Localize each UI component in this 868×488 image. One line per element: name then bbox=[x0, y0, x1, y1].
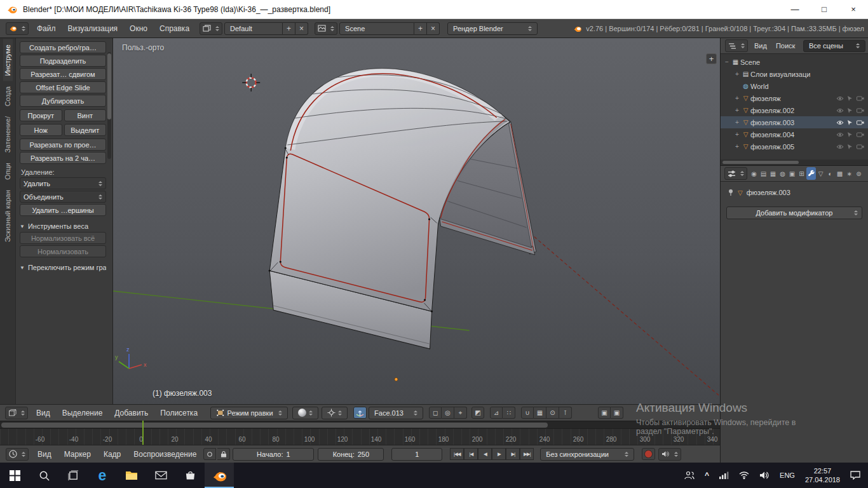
jump-to-end-button[interactable]: ▶▶| bbox=[520, 448, 534, 460]
tool-shelf-scrollbar[interactable] bbox=[107, 52, 111, 159]
previous-keyframe-button[interactable]: |◀ bbox=[464, 448, 478, 460]
render-toggle[interactable] bbox=[857, 132, 864, 137]
tab-tools[interactable]: Инструме bbox=[3, 39, 13, 81]
opengl-render-anim-button[interactable]: ▣ bbox=[611, 407, 623, 419]
menu-view[interactable]: Вид bbox=[31, 409, 56, 417]
collapse-icon[interactable]: − bbox=[723, 58, 731, 65]
expand-icon[interactable]: + bbox=[733, 71, 741, 78]
timeline-scrollbar[interactable] bbox=[0, 421, 720, 428]
tab-render-layers[interactable]: ▤ bbox=[759, 167, 768, 180]
tab-scene[interactable]: ▦ bbox=[768, 167, 778, 180]
proportional-edit-button[interactable]: ⊿ bbox=[490, 407, 503, 419]
menu-timeline-view[interactable]: Вид bbox=[32, 450, 57, 459]
tab-grease-pencil[interactable]: Эскизный каран bbox=[3, 185, 13, 247]
tab-object[interactable]: ▣ bbox=[787, 167, 797, 180]
expand-icon[interactable]: + bbox=[733, 107, 741, 114]
menu-window[interactable]: Окно bbox=[124, 24, 153, 33]
eye-toggle[interactable] bbox=[836, 120, 844, 125]
add-modifier-button[interactable]: Добавить модификатор bbox=[726, 207, 862, 219]
screen-add-button[interactable]: + bbox=[283, 22, 295, 35]
weight-tools-section-header[interactable]: ▼ Инструменты веса bbox=[20, 222, 106, 230]
tab-data[interactable]: ▽ bbox=[816, 167, 825, 180]
preview-range-toggle[interactable] bbox=[203, 448, 216, 460]
shading-select[interactable] bbox=[292, 407, 318, 419]
normalize-all-button[interactable]: Нормализовать всё bbox=[20, 232, 106, 244]
edge-button[interactable]: e bbox=[88, 463, 117, 488]
people-icon[interactable] bbox=[679, 463, 700, 488]
editor-type-button-3d[interactable] bbox=[5, 407, 28, 419]
select-toggle[interactable] bbox=[847, 132, 853, 138]
pivot-select[interactable] bbox=[322, 407, 348, 419]
outliner-filter-select[interactable]: Все сцены bbox=[803, 40, 865, 52]
scene-add-button[interactable]: + bbox=[414, 22, 427, 35]
expand-icon[interactable]: + bbox=[733, 95, 741, 102]
viewport-3d[interactable]: y z x Польз.-орто (1) фюзеляж.003 + bbox=[113, 38, 720, 404]
render-engine-select[interactable]: Рендер Blender bbox=[447, 22, 538, 35]
merge-menu-button[interactable]: Объединить bbox=[20, 191, 106, 203]
select-toggle[interactable] bbox=[847, 107, 853, 114]
editor-type-button-outliner[interactable] bbox=[725, 39, 748, 52]
viewport-scene[interactable]: y z x bbox=[113, 38, 720, 404]
orientation-select[interactable]: Face.013 bbox=[369, 407, 423, 419]
maximize-button[interactable]: □ bbox=[810, 0, 839, 18]
tab-texture[interactable]: ▩ bbox=[835, 167, 844, 180]
clock[interactable]: 22:57 27.04.2018 bbox=[800, 463, 845, 488]
audio-sync-button[interactable] bbox=[658, 448, 681, 461]
vertex-select-button[interactable]: ◻ bbox=[429, 407, 442, 419]
normalize-button[interactable]: Нормализовать bbox=[20, 245, 106, 257]
select-toggle[interactable] bbox=[847, 119, 853, 126]
editor-type-button-info[interactable] bbox=[6, 22, 29, 35]
toggle-mode-section-header[interactable]: ▼ Переключить режим гра bbox=[20, 264, 106, 271]
start-button[interactable] bbox=[0, 463, 29, 488]
menu-mesh[interactable]: Полисетка bbox=[154, 409, 203, 417]
editor-type-button-properties[interactable] bbox=[724, 167, 747, 180]
menu-outliner-view[interactable]: Вид bbox=[750, 42, 771, 50]
explorer-button[interactable] bbox=[117, 463, 146, 488]
end-frame-field[interactable]: Конец: 250 bbox=[318, 448, 384, 461]
spin-button[interactable]: Прокрут bbox=[20, 109, 62, 121]
properties-region-expand-button[interactable]: + bbox=[706, 53, 717, 64]
eye-toggle[interactable] bbox=[836, 96, 844, 101]
current-frame-playhead[interactable] bbox=[142, 421, 144, 445]
select-toggle[interactable] bbox=[847, 95, 853, 102]
render-toggle[interactable] bbox=[857, 107, 864, 113]
close-button[interactable]: × bbox=[839, 0, 868, 18]
screw-button[interactable]: Винт bbox=[64, 109, 107, 121]
screen-delete-button[interactable]: × bbox=[295, 22, 308, 35]
scene-delete-button[interactable]: × bbox=[427, 22, 440, 35]
outliner-item-world[interactable]: ◍ World bbox=[721, 80, 868, 92]
outliner-item-render-layers[interactable]: + ▤ Слои визуализаци bbox=[721, 68, 868, 80]
current-frame-field[interactable]: 1 bbox=[391, 448, 442, 461]
snap-peel-button[interactable]: ⊺ bbox=[559, 407, 572, 419]
outliner-item-scene[interactable]: − ▦ Scene bbox=[721, 56, 868, 68]
manipulator-button[interactable] bbox=[353, 407, 367, 419]
render-toggle[interactable] bbox=[857, 119, 864, 125]
search-button[interactable] bbox=[29, 463, 58, 488]
opengl-render-button[interactable]: ▣ bbox=[598, 407, 611, 419]
edge-select-button[interactable]: ◎ bbox=[442, 407, 454, 419]
tab-particles[interactable]: ∗ bbox=[844, 167, 854, 180]
blender-taskbar-button[interactable] bbox=[205, 463, 234, 488]
start-frame-field[interactable]: Начало: 1 bbox=[233, 448, 314, 461]
tab-modifiers[interactable] bbox=[806, 167, 816, 180]
render-toggle[interactable] bbox=[857, 95, 864, 101]
language-indicator[interactable]: ENG bbox=[775, 463, 800, 488]
network-icon[interactable] bbox=[714, 463, 734, 488]
menu-marker[interactable]: Маркер bbox=[58, 450, 97, 459]
expand-icon[interactable]: + bbox=[733, 143, 741, 150]
jump-to-start-button[interactable]: |◀◀ bbox=[450, 448, 464, 460]
dissolve-vertices-button[interactable]: Удалить …ершины bbox=[20, 204, 106, 216]
outliner-item-object[interactable]: + ▽ фюзеляж.002 bbox=[721, 104, 868, 116]
tab-constraints[interactable]: ⊞ bbox=[797, 167, 806, 180]
next-keyframe-button[interactable]: ▶| bbox=[506, 448, 520, 460]
duplicate-button[interactable]: Дублировать bbox=[20, 95, 106, 107]
minimize-button[interactable]: — bbox=[780, 0, 810, 18]
outliner-item-object[interactable]: + ▽ фюзеляж.004 bbox=[721, 128, 868, 140]
menu-playback[interactable]: Воспроизведение bbox=[128, 450, 202, 459]
menu-select[interactable]: Выделение bbox=[57, 409, 109, 417]
occlude-geometry-button[interactable]: ◩ bbox=[471, 407, 484, 419]
outliner-scrollbar[interactable] bbox=[721, 159, 868, 165]
outliner-item-object[interactable]: + ▽ фюзеляж bbox=[721, 92, 868, 104]
sync-select[interactable]: Без синхронизации bbox=[540, 448, 634, 461]
store-button[interactable] bbox=[175, 463, 205, 488]
